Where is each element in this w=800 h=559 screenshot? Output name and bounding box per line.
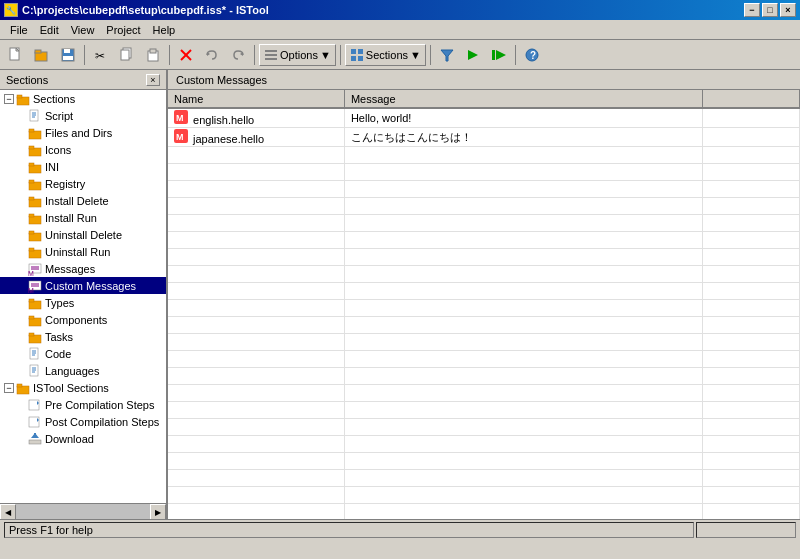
table-row-empty [168, 419, 800, 436]
tree-node-icon [28, 398, 42, 412]
svg-text:M: M [176, 132, 184, 142]
sections-panel-close[interactable]: × [146, 74, 160, 86]
table-row-empty [168, 436, 800, 453]
tree-item-types[interactable]: Types [0, 294, 166, 311]
options-label: Options [280, 49, 318, 61]
table-row-empty [168, 147, 800, 164]
tree-scroll-right[interactable]: ▶ [150, 504, 166, 519]
empty-cell [703, 215, 800, 232]
empty-cell [344, 164, 702, 181]
empty-cell [344, 283, 702, 300]
tree-item-languages[interactable]: Languages [0, 362, 166, 379]
empty-cell [168, 215, 344, 232]
status-text: Press F1 for help [4, 522, 694, 538]
tree-item-ini[interactable]: INI [0, 158, 166, 175]
table-row[interactable]: M english.hello Hello, world! [168, 108, 800, 128]
delete-button[interactable] [174, 44, 198, 66]
close-button[interactable]: × [780, 3, 796, 17]
minimize-button[interactable]: − [744, 3, 760, 17]
empty-cell [344, 436, 702, 453]
col-name: Name [168, 90, 344, 108]
tree-item-custom-messages[interactable]: MCustom Messages [0, 277, 166, 294]
tree-item-messages[interactable]: MMessages [0, 260, 166, 277]
tree-node-icon [28, 245, 42, 259]
tree-scroll-left[interactable]: ◀ [0, 504, 16, 519]
tree-node-icon [28, 194, 42, 208]
right-panel-header: Custom Messages [168, 70, 800, 90]
empty-cell [344, 487, 702, 504]
empty-cell [344, 504, 702, 520]
tree-item-uninstall-delete[interactable]: Uninstall Delete [0, 226, 166, 243]
filter-button[interactable] [435, 44, 459, 66]
tree-item-uninstall-run[interactable]: Uninstall Run [0, 243, 166, 260]
menu-file[interactable]: File [4, 22, 34, 38]
tree-item-tasks[interactable]: Tasks [0, 328, 166, 345]
menu-edit[interactable]: Edit [34, 22, 65, 38]
menu-bar: File Edit View Project Help [0, 20, 800, 40]
paste-button[interactable] [141, 44, 165, 66]
svg-rect-36 [29, 129, 34, 132]
svg-rect-22 [358, 56, 363, 61]
title-bar: 🔧 C:\projects\cubepdf\setup\cubepdf.iss*… [0, 0, 800, 20]
svg-text:M: M [28, 270, 34, 276]
tree-item-pre-compilation[interactable]: Pre Compilation Steps [0, 396, 166, 413]
maximize-button[interactable]: □ [762, 3, 778, 17]
menu-view[interactable]: View [65, 22, 101, 38]
empty-cell [168, 198, 344, 215]
empty-cell [168, 181, 344, 198]
right-panel-title: Custom Messages [176, 74, 267, 86]
tree-node-icon [28, 109, 42, 123]
empty-cell [344, 215, 702, 232]
help-button[interactable]: ? [520, 44, 544, 66]
tree-item-post-compilation[interactable]: Post Compilation Steps [0, 413, 166, 430]
tree-node-icon [28, 126, 42, 140]
table-row[interactable]: M japanese.hello こんにちはこんにちは！ [168, 128, 800, 147]
empty-cell [344, 181, 702, 198]
table-row-empty [168, 164, 800, 181]
new-button[interactable] [4, 44, 28, 66]
empty-cell [703, 436, 800, 453]
menu-project[interactable]: Project [100, 22, 146, 38]
tree-item-registry[interactable]: Registry [0, 175, 166, 192]
save-button[interactable] [56, 44, 80, 66]
options-button[interactable]: Options ▼ [259, 44, 336, 66]
redo-button[interactable] [226, 44, 250, 66]
row-name-text: japanese.hello [193, 133, 264, 145]
tree-item-icons[interactable]: Icons [0, 141, 166, 158]
svg-rect-18 [265, 58, 277, 60]
expand-icon[interactable]: − [4, 94, 14, 104]
tree-item-istool-sections[interactable]: −ISTool Sections [0, 379, 166, 396]
tree-item-sections-root[interactable]: −Sections [0, 90, 166, 107]
svg-rect-79 [29, 440, 41, 444]
open-button[interactable] [30, 44, 54, 66]
run-button[interactable] [487, 44, 511, 66]
empty-cell [168, 300, 344, 317]
cut-button[interactable]: ✂ [89, 44, 113, 66]
tree-item-install-delete[interactable]: Install Delete [0, 192, 166, 209]
tree-node-icon [16, 92, 30, 106]
tree-scroll-track[interactable] [16, 504, 150, 519]
sections-button[interactable]: Sections ▼ [345, 44, 426, 66]
tree-node-label: Uninstall Delete [45, 229, 122, 241]
empty-cell [344, 402, 702, 419]
tree-item-files-dirs[interactable]: Files and Dirs [0, 124, 166, 141]
empty-cell [703, 385, 800, 402]
tree-node-label: Files and Dirs [45, 127, 112, 139]
run-back-button[interactable] [461, 44, 485, 66]
empty-cell [703, 402, 800, 419]
empty-cell [168, 487, 344, 504]
undo-button[interactable] [200, 44, 224, 66]
svg-rect-42 [29, 180, 34, 183]
empty-cell [168, 453, 344, 470]
tree-item-download[interactable]: Download [0, 430, 166, 447]
empty-cell [168, 385, 344, 402]
tree-item-components[interactable]: Components [0, 311, 166, 328]
menu-help[interactable]: Help [147, 22, 182, 38]
tree-node-icon [28, 415, 42, 429]
tree-item-install-run[interactable]: Install Run [0, 209, 166, 226]
tree-hscroll[interactable]: ◀ ▶ [0, 503, 166, 519]
copy-button[interactable] [115, 44, 139, 66]
tree-item-code[interactable]: Code [0, 345, 166, 362]
tree-item-script[interactable]: Script [0, 107, 166, 124]
expand-icon[interactable]: − [4, 383, 14, 393]
